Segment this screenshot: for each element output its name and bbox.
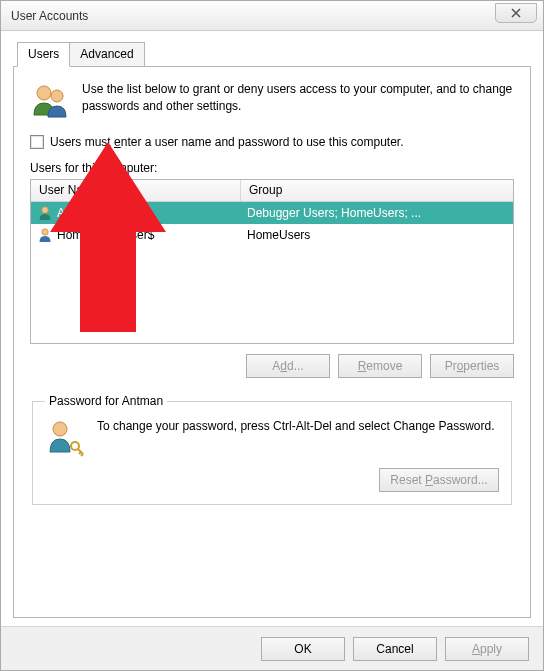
user-list[interactable]: User Name Group AntmanDebugger Users; Ho… (30, 179, 514, 344)
users-icon (30, 81, 70, 121)
column-header-group[interactable]: Group (241, 180, 513, 201)
svg-point-1 (51, 90, 63, 102)
titlebar: User Accounts (1, 1, 543, 31)
remove-button[interactable]: Remove (338, 354, 422, 378)
password-groupbox: Password for Antman To change your passw… (32, 394, 512, 505)
tab-users[interactable]: Users (17, 42, 70, 67)
password-legend: Password for Antman (45, 394, 167, 408)
content-area: Users Advanced Use the list below to gra… (1, 31, 543, 626)
column-header-username[interactable]: User Name (31, 180, 241, 201)
user-list-label: Users for this computer: (30, 161, 514, 175)
cell-username: Antman (31, 205, 241, 221)
cell-group: HomeUsers (241, 228, 513, 242)
user-key-icon (45, 418, 85, 458)
svg-point-3 (42, 229, 48, 235)
svg-point-5 (71, 442, 79, 450)
intro-row: Use the list below to grant or deny user… (30, 81, 514, 121)
table-row[interactable]: AntmanDebugger Users; HomeUsers; ... (31, 202, 513, 224)
user-list-body: AntmanDebugger Users; HomeUsers; ...Home… (31, 202, 513, 343)
close-button[interactable] (495, 3, 537, 23)
cancel-button[interactable]: Cancel (353, 637, 437, 661)
intro-text: Use the list below to grant or deny user… (82, 81, 514, 121)
cell-username: HomeGroupUser$ (31, 227, 241, 243)
password-text: To change your password, press Ctrl-Alt-… (97, 418, 499, 458)
svg-point-0 (37, 86, 51, 100)
require-password-label[interactable]: Users must enter a user name and passwor… (50, 135, 404, 149)
tab-panel-users: Use the list below to grant or deny user… (13, 66, 531, 618)
require-password-row: Users must enter a user name and passwor… (30, 135, 514, 149)
user-icon (37, 205, 53, 221)
require-password-checkbox[interactable] (30, 135, 44, 149)
reset-password-button[interactable]: Reset Password... (379, 468, 499, 492)
svg-point-4 (53, 422, 67, 436)
tab-strip: Users Advanced (17, 41, 531, 66)
dialog-button-bar: OK Cancel Apply (1, 626, 543, 670)
add-button[interactable]: Add... (246, 354, 330, 378)
user-list-header: User Name Group (31, 180, 513, 202)
apply-button[interactable]: Apply (445, 637, 529, 661)
cell-group: Debugger Users; HomeUsers; ... (241, 206, 513, 220)
user-icon (37, 227, 53, 243)
properties-button[interactable]: Properties (430, 354, 514, 378)
user-accounts-window: User Accounts Users Advanced (0, 0, 544, 671)
close-icon (511, 8, 521, 18)
table-row[interactable]: HomeGroupUser$HomeUsers (31, 224, 513, 246)
tab-advanced[interactable]: Advanced (69, 42, 144, 67)
ok-button[interactable]: OK (261, 637, 345, 661)
user-buttons: Add... Remove Properties (30, 354, 514, 378)
window-title: User Accounts (11, 9, 88, 23)
svg-point-2 (42, 207, 48, 213)
